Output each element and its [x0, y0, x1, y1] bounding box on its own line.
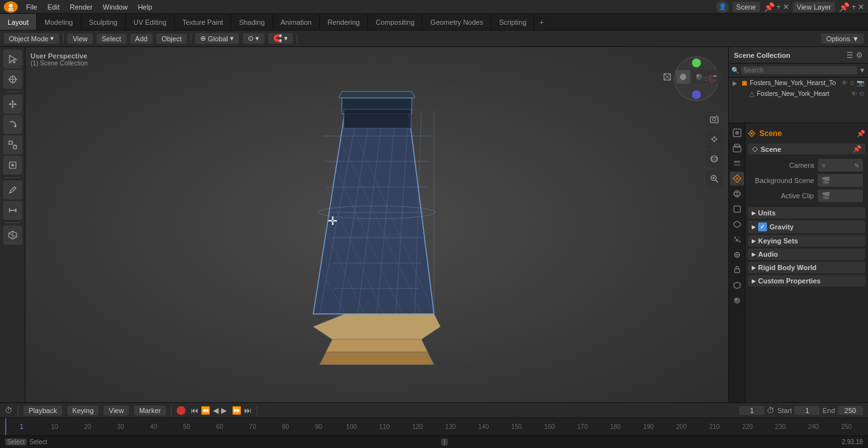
tab-scripting[interactable]: Scripting — [491, 14, 534, 30]
material-preview-btn[interactable] — [692, 70, 706, 84]
tab-geometry-nodes[interactable]: Geometry Nodes — [423, 14, 491, 30]
prop-particles-btn[interactable] — [730, 233, 744, 247]
mode-selector[interactable]: Object Mode ▾ — [4, 33, 59, 44]
collection-select-icon[interactable]: ⊙ — [850, 79, 855, 86]
prop-output-btn[interactable] — [730, 141, 744, 155]
move-tool[interactable] — [3, 95, 22, 114]
record-btn[interactable] — [177, 406, 186, 415]
collection-view-icon[interactable]: 👁 — [841, 79, 848, 86]
scene-remove-icon[interactable]: ✕ — [783, 3, 789, 11]
user-avatar[interactable]: 👤 — [716, 1, 729, 13]
wireframe-btn[interactable] — [660, 70, 674, 84]
snap-btn[interactable]: 🧲 ▾ — [268, 33, 293, 44]
mesh-view-icon[interactable]: 👁 — [851, 90, 857, 97]
scale-tool[interactable] — [3, 135, 22, 154]
add-button[interactable]: Add — [130, 34, 153, 44]
scene-add-icon[interactable]: + — [776, 3, 781, 11]
tab-uv-editing[interactable]: UV Editing — [126, 14, 175, 30]
view-layer-remove-icon[interactable]: ✕ — [858, 3, 864, 11]
annotate-tool[interactable] — [3, 180, 22, 200]
frame-time-icon[interactable]: ⏱ — [767, 406, 775, 415]
tab-sculpting[interactable]: Sculpting — [81, 14, 126, 30]
current-frame-input[interactable] — [739, 406, 764, 415]
tab-rendering[interactable]: Rendering — [320, 14, 368, 30]
properties-pin-icon[interactable]: 📌 — [857, 130, 865, 138]
prop-render-btn[interactable] — [730, 126, 744, 140]
jump-end-btn[interactable]: ⏭ — [244, 406, 252, 415]
menu-edit[interactable]: Edit — [43, 2, 64, 12]
prev-keyframe-btn[interactable]: ⏪ — [201, 406, 210, 415]
timeline-view-btn[interactable]: View — [104, 405, 129, 416]
view-layer-pin-icon[interactable]: 📌 — [839, 2, 850, 12]
menu-help[interactable]: Help — [133, 2, 157, 12]
camera-view-btn[interactable] — [705, 111, 723, 128]
tab-animation[interactable]: Animation — [273, 14, 320, 30]
marker-btn[interactable]: Marker — [134, 405, 166, 416]
outliner-item-mesh[interactable]: △ Fosters_New_York_Heart 👁 ⊙ — [729, 88, 868, 99]
background-scene-value[interactable]: 🎬 — [818, 174, 863, 187]
scene-section-pin[interactable]: 📌 — [853, 145, 862, 153]
add-cube-tool[interactable] — [3, 226, 22, 245]
object-button[interactable]: Object — [156, 34, 187, 44]
rotate-tool[interactable] — [3, 115, 22, 134]
playback-btn[interactable]: Playback — [24, 405, 62, 416]
custom-properties-header[interactable]: ▶ Custom Properties — [748, 275, 865, 287]
tab-modeling[interactable]: Modeling — [37, 14, 81, 30]
gravity-checkbox[interactable]: ✓ — [758, 222, 767, 231]
view-button[interactable]: View — [67, 34, 93, 44]
tab-add-button[interactable]: + — [534, 16, 548, 29]
prop-object-btn[interactable] — [730, 202, 744, 216]
pivot-btn[interactable]: ⊙ ▾ — [243, 33, 264, 44]
outliner-search-input[interactable] — [741, 66, 857, 74]
collection-render-icon[interactable]: 📷 — [857, 79, 864, 86]
keying-btn[interactable]: Keying — [67, 405, 99, 416]
outliner-item-collection[interactable]: ▶ ◼ Fosters_New_York_Hearst_To 👁 ⊙ 📷 — [729, 78, 868, 88]
transform-dropdown[interactable]: ⊕ Global ▾ — [195, 33, 239, 44]
view-layer-add-icon[interactable]: + — [851, 3, 856, 11]
prop-modifier-btn[interactable] — [730, 217, 744, 231]
prop-scene-btn[interactable] — [730, 172, 744, 186]
scene-pin-icon[interactable]: 📌 — [764, 2, 775, 12]
3d-viewport[interactable]: User Perspective (1) Scene Collection X … — [25, 47, 728, 402]
scene-selector[interactable]: Scene — [733, 2, 760, 12]
tab-layout[interactable]: Layout — [0, 14, 37, 30]
orbit-view-btn[interactable] — [705, 150, 723, 168]
outliner-filter-btn[interactable]: ▼ — [859, 67, 865, 74]
options-button[interactable]: Options ▼ — [821, 34, 864, 44]
next-keyframe-btn[interactable]: ⏩ — [232, 406, 241, 415]
camera-edit-icon[interactable]: ✎ — [854, 162, 859, 169]
gravity-section-header[interactable]: ▶ ✓ Gravity — [748, 221, 865, 233]
select-tool[interactable] — [3, 50, 22, 69]
measure-tool[interactable] — [3, 201, 22, 220]
outliner-mode-icon[interactable]: 🔍 — [731, 67, 739, 74]
menu-render[interactable]: Render — [65, 2, 97, 12]
menu-file[interactable]: File — [22, 2, 42, 12]
view-layer-selector[interactable]: View Layer — [793, 2, 835, 12]
cursor-tool[interactable] — [3, 70, 22, 89]
jump-start-btn[interactable]: ⏮ — [191, 406, 198, 415]
tab-compositing[interactable]: Compositing — [368, 14, 423, 30]
camera-prop-value[interactable]: ■ ✎ — [818, 159, 863, 172]
pan-view-btn[interactable] — [705, 130, 723, 148]
audio-section-header[interactable]: ▶ Audio — [748, 248, 865, 260]
rendered-btn[interactable] — [708, 70, 722, 84]
prop-view-layer-btn[interactable] — [730, 156, 744, 170]
active-clip-value[interactable]: 🎬 — [818, 189, 863, 202]
outliner-filter-icon[interactable]: ☰ — [846, 51, 853, 60]
timeline-track[interactable]: 1 10 20 30 40 50 60 70 80 90 100 110 120… — [0, 418, 868, 435]
tab-shading[interactable]: Shading — [231, 14, 273, 30]
play-btn[interactable]: ▶ — [221, 406, 227, 415]
keying-sets-header[interactable]: ▶ Keying Sets — [748, 235, 865, 247]
zoom-view-btn[interactable] — [705, 170, 723, 187]
tab-texture-paint[interactable]: Texture Paint — [175, 14, 231, 30]
menu-window[interactable]: Window — [98, 2, 132, 12]
outliner-settings-icon[interactable]: ⚙ — [856, 51, 863, 60]
select-button[interactable]: Select — [97, 34, 126, 44]
prop-material-btn[interactable] — [730, 294, 744, 308]
start-frame-input[interactable] — [794, 406, 820, 415]
solid-btn[interactable] — [676, 70, 690, 84]
step-back-btn[interactable]: ◀ — [213, 406, 219, 415]
transform-tool[interactable] — [3, 156, 22, 175]
prop-world-btn[interactable] — [730, 187, 744, 201]
prop-physics-btn[interactable] — [730, 248, 744, 262]
